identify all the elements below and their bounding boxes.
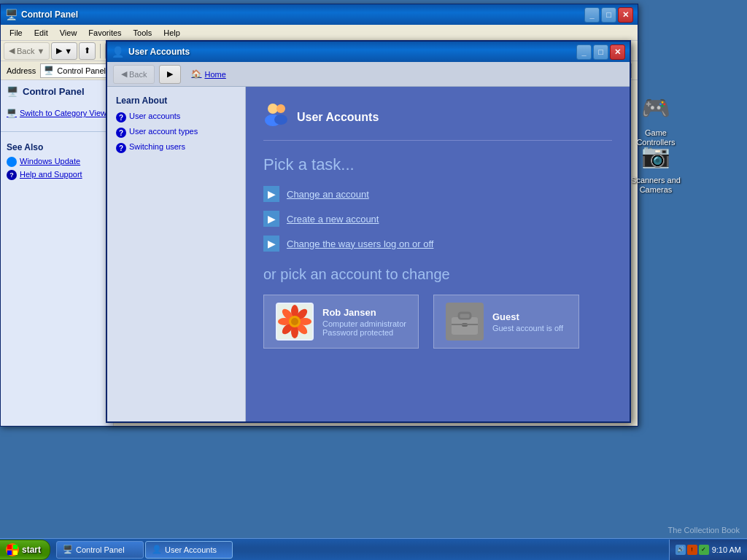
ua-close-button[interactable]: ✕	[610, 44, 625, 60]
game-controllers-image: 🎮	[638, 90, 673, 125]
ua-body: Learn About ? User accounts ? User accou…	[107, 87, 630, 421]
ua-account-guest[interactable]: Guest Guest account is off	[433, 295, 579, 349]
cp-window-controls: _ □ ✕	[584, 7, 633, 23]
start-label: start	[22, 545, 41, 555]
forward-arrow-icon: ▶	[56, 46, 62, 55]
up-arrow-icon: ⬆	[84, 46, 90, 55]
svg-rect-23	[13, 551, 18, 555]
cp-titlebar: 🖥️ Control Panel _ □ ✕	[1, 4, 638, 25]
ua-link-user-accounts[interactable]: ? User accounts	[116, 112, 236, 122]
ua-account-name-guest: Guest	[492, 311, 563, 322]
desktop-icon-scanners-cameras[interactable]: 📷 Scanners andCameras	[627, 135, 685, 198]
ua-dialog-icon: 👤	[112, 46, 124, 58]
ua-learn-about-title: Learn About	[116, 96, 236, 106]
svg-point-14	[291, 318, 298, 325]
address-icon: 🖥️	[44, 66, 54, 75]
ua-avatar-rob-jansen	[276, 303, 314, 341]
tray-icon-1: 🔊	[676, 545, 686, 555]
ua-accounts-grid: Rob Jansen Computer administrator Passwo…	[263, 295, 612, 349]
cp-minimize-button[interactable]: _	[584, 7, 600, 23]
sidebar-switch-view[interactable]: 🖥️ Switch to Category View	[7, 109, 107, 118]
ua-dialog-title: User Accounts	[128, 47, 572, 57]
user-accounts-dialog: 👤 User Accounts _ □ ✕ ◀ Back ▶ 🏠 Home	[106, 40, 631, 423]
taskbar-items: 🖥️ Control Panel 👤 User Accounts	[53, 541, 669, 559]
cp-forward-button[interactable]: ▶ ▼	[51, 42, 77, 60]
scanners-cameras-image: 📷	[638, 138, 673, 173]
ua-minimize-button[interactable]: _	[576, 44, 592, 60]
sidebar-cp-icon: 🖥️	[7, 86, 18, 97]
ua-account-status-rob: Password protected	[322, 328, 406, 337]
ua-help-icon-2: ?	[116, 128, 126, 138]
ua-forward-button[interactable]: ▶	[159, 65, 181, 84]
forward-dropdown-icon: ▼	[64, 47, 72, 55]
cp-window-title: Control Panel	[21, 9, 580, 20]
ua-task-logon-options[interactable]: ▶ Change the way users log on or off	[263, 236, 612, 252]
taskbar-tray: 🔊 ! ✓ 9:10 AM	[669, 540, 747, 560]
tray-icon-2: !	[687, 545, 697, 555]
start-button[interactable]: start	[0, 540, 50, 560]
ua-task-arrow-3: ▶	[263, 236, 279, 252]
ua-home-link[interactable]: 🏠 Home	[191, 69, 225, 79]
sidebar-windows-update[interactable]: Windows Update	[7, 157, 107, 167]
ua-link-switching-users[interactable]: ? Switching users	[116, 142, 236, 153]
switch-view-icon: 🖥️	[7, 109, 17, 118]
ua-main-content: User Accounts Pick a task... ▶ Change an…	[246, 87, 630, 421]
ua-learn-about-section: Learn About ? User accounts ? User accou…	[116, 96, 236, 153]
back-arrow-icon: ◀	[9, 46, 15, 55]
ua-content-header: User Accounts	[263, 101, 612, 141]
ua-task-label-3: Change the way users log on or off	[287, 238, 433, 249]
taskbar-ua-icon: 👤	[152, 545, 162, 554]
ua-back-button[interactable]: ◀ Back	[113, 65, 155, 84]
taskbar-cp-icon: 🖥️	[63, 545, 73, 554]
ua-pick-task-heading: Pick a task...	[263, 155, 612, 174]
ua-maximize-button[interactable]: □	[593, 44, 608, 60]
ua-task-arrow-1: ▶	[263, 186, 279, 202]
ua-account-type-rob: Computer administrator	[322, 319, 406, 328]
ua-titlebar-controls: _ □ ✕	[576, 44, 625, 60]
cp-menubar: File Edit View Favorites Tools Help	[1, 25, 638, 41]
svg-point-2	[276, 104, 285, 113]
cp-close-button[interactable]: ✕	[618, 7, 633, 23]
cp-sidebar: 🖥️ Control Panel 🖥️ Switch to Category V…	[1, 80, 114, 426]
ua-avatar-guest	[446, 303, 484, 341]
cp-maximize-button[interactable]: □	[601, 7, 616, 23]
cp-back-button[interactable]: ◀ Back ▼	[4, 42, 50, 60]
ua-task-create-account[interactable]: ▶ Create a new account	[263, 211, 612, 227]
svg-rect-22	[7, 551, 12, 555]
scanners-cameras-label: Scanners andCameras	[631, 176, 681, 195]
svg-rect-21	[13, 545, 18, 549]
menu-favorites[interactable]: Favorites	[82, 27, 127, 39]
menu-file[interactable]: File	[4, 27, 28, 39]
menu-tools[interactable]: Tools	[128, 27, 158, 39]
taskbar-item-user-accounts[interactable]: 👤 User Accounts	[145, 541, 233, 559]
windows-update-icon	[7, 157, 17, 167]
ua-task-label-1: Change an account	[287, 189, 369, 200]
sidebar-help-support[interactable]: ? Help and Support	[7, 170, 107, 180]
ua-header-icon	[263, 101, 290, 133]
ua-or-pick-heading: or pick an account to change	[263, 266, 612, 283]
cp-window-icon: 🖥️	[5, 9, 17, 20]
ua-account-rob-jansen[interactable]: Rob Jansen Computer administrator Passwo…	[263, 295, 419, 349]
ua-account-type-guest: Guest account is off	[492, 324, 563, 332]
menu-view[interactable]: View	[54, 27, 83, 39]
cp-up-button[interactable]: ⬆	[79, 42, 96, 60]
ua-account-info-guest: Guest Guest account is off	[492, 311, 563, 332]
taskbar-item-control-panel[interactable]: 🖥️ Control Panel	[56, 541, 144, 559]
ua-help-icon-3: ?	[116, 143, 126, 153]
ua-link-account-types[interactable]: ? User account types	[116, 127, 236, 138]
ua-navbar: ◀ Back ▶ 🏠 Home	[107, 62, 630, 87]
menu-edit[interactable]: Edit	[28, 27, 54, 39]
windows-logo-icon	[6, 543, 19, 556]
ua-task-change-account[interactable]: ▶ Change an account	[263, 186, 612, 202]
ua-titlebar: 👤 User Accounts _ □ ✕	[107, 42, 630, 62]
ua-home-icon: 🏠	[191, 69, 201, 79]
menu-help[interactable]: Help	[158, 27, 186, 39]
desktop: 🖥️ Control Panel _ □ ✕ File Edit View Fa…	[0, 0, 747, 560]
tray-icon-3: ✓	[699, 545, 709, 555]
ua-forward-icon: ▶	[167, 69, 173, 79]
see-also-title: See Also	[7, 142, 107, 152]
svg-point-0	[268, 104, 278, 114]
branding-watermark: The Collection Book	[668, 526, 740, 534]
ua-sidebar: Learn About ? User accounts ? User accou…	[107, 87, 246, 421]
ua-content-title: User Accounts	[297, 111, 379, 124]
